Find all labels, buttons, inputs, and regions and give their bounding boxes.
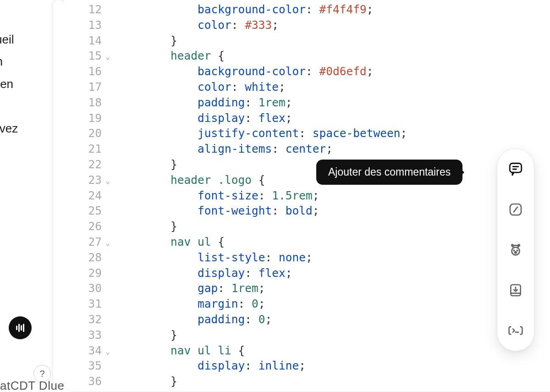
bug-icon[interactable]	[506, 241, 525, 259]
line-number: 27	[64, 234, 105, 250]
code-line[interactable]: 18 padding: 1rem;	[64, 95, 550, 110]
code-line[interactable]: 26 }	[64, 219, 550, 234]
code-editor[interactable]: 12 background-color: #f4f4f9;13 color: #…	[64, 0, 550, 392]
line-number: 26	[64, 219, 105, 234]
code-line[interactable]: 28 list-style: none;	[64, 250, 550, 265]
svg-point-9	[512, 244, 513, 246]
code-content[interactable]: margin: 0;	[116, 296, 265, 312]
line-number: 20	[64, 126, 105, 141]
line-number: 24	[64, 188, 105, 204]
panel-divider	[53, 0, 64, 386]
code-line[interactable]: 33 }	[64, 327, 550, 343]
line-number: 31	[64, 296, 105, 312]
code-content[interactable]: }	[116, 219, 177, 234]
tooltip-add-comments: Ajouter des commentaires	[316, 160, 462, 185]
code-content[interactable]: }	[116, 327, 177, 343]
code-block-icon[interactable]	[506, 321, 525, 340]
code-line[interactable]: 20 justify-content: space-between;	[64, 126, 550, 141]
sidebar-item[interactable]: s	[0, 95, 53, 117]
code-content[interactable]: padding: 1rem;	[116, 95, 292, 110]
comment-icon[interactable]	[506, 160, 525, 178]
code-line[interactable]: 32 padding: 0;	[64, 312, 550, 327]
code-content[interactable]: }	[116, 33, 177, 49]
code-content[interactable]: font-weight: bold;	[116, 203, 319, 219]
line-number: 29	[64, 265, 105, 281]
code-line[interactable]: 21 align-items: center;	[64, 141, 550, 157]
line-number: 12	[64, 2, 105, 17]
code-line[interactable]: 36 }	[64, 374, 550, 389]
code-content[interactable]: background-color: #0d6efd;	[116, 64, 374, 79]
code-line[interactable]: 34⌄ nav ul li {	[64, 343, 550, 359]
line-number: 15	[64, 48, 105, 64]
line-number: 22	[64, 157, 105, 172]
code-content[interactable]: background-color: #f4f4f9;	[116, 2, 374, 17]
right-toolbar	[497, 149, 534, 351]
sidebar-item[interactable]: nu en	[0, 73, 53, 95]
code-line[interactable]: 35 display: inline;	[64, 358, 550, 374]
fold-toggle[interactable]: ⌄	[105, 173, 116, 189]
sidebar-item[interactable]: tion	[0, 50, 53, 72]
code-content[interactable]: nav ul {	[116, 234, 225, 250]
line-number: 14	[64, 33, 105, 49]
code-line[interactable]: 29 display: flex;	[64, 265, 550, 281]
code-line[interactable]: 13 color: #333;	[64, 17, 550, 33]
line-number: 30	[64, 281, 105, 296]
code-content[interactable]: header {	[116, 48, 225, 64]
line-number: 18	[64, 95, 105, 110]
line-number: 21	[64, 141, 105, 157]
svg-point-7	[517, 250, 517, 251]
book-icon[interactable]	[506, 281, 525, 299]
svg-line-4	[514, 207, 517, 212]
fold-toggle[interactable]: ⌄	[105, 49, 116, 65]
code-content[interactable]: list-style: none;	[116, 250, 313, 265]
code-content[interactable]: gap: 1rem;	[116, 281, 265, 296]
code-content[interactable]: color: #333;	[116, 17, 279, 33]
code-line[interactable]: 27⌄ nav ul {	[64, 234, 550, 250]
line-number: 33	[64, 327, 105, 343]
code-content[interactable]: header .logo {	[116, 172, 265, 188]
svg-rect-0	[510, 163, 522, 172]
code-content[interactable]: display: inline;	[116, 358, 306, 374]
sidebar-item	[0, 139, 53, 145]
code-content[interactable]: nav ul li {	[116, 343, 245, 359]
line-number: 16	[64, 64, 105, 79]
svg-point-10	[518, 244, 519, 246]
line-number: 19	[64, 110, 105, 126]
line-number: 28	[64, 250, 105, 265]
code-line[interactable]: 30 gap: 1rem;	[64, 281, 550, 296]
line-number: 36	[64, 374, 105, 389]
line-number: 32	[64, 312, 105, 327]
code-line[interactable]: 23⌄ header .logo {	[64, 172, 550, 188]
code-content[interactable]: align-items: center;	[116, 141, 333, 157]
slash-icon[interactable]	[506, 200, 525, 219]
line-number: 34	[64, 343, 105, 359]
code-content[interactable]: }	[116, 374, 177, 389]
sidebar-items: ccueil tion nu en s s avez ir !	[0, 0, 53, 167]
code-line[interactable]: 25 font-weight: bold;	[64, 203, 550, 219]
voice-button[interactable]	[9, 316, 32, 339]
code-content[interactable]: }	[116, 157, 177, 172]
sidebar-item[interactable]: ir !	[0, 145, 53, 167]
code-content[interactable]: display: flex;	[116, 265, 292, 281]
sidebar-item[interactable]: s avez	[0, 117, 53, 139]
line-number: 35	[64, 358, 105, 374]
fold-toggle[interactable]: ⌄	[105, 344, 116, 359]
sidebar: ccueil tion nu en s s avez ir ! ?	[0, 0, 53, 392]
code-line[interactable]: 19 display: flex;	[64, 110, 550, 126]
sidebar-item[interactable]: ccueil	[0, 28, 53, 50]
code-content[interactable]: padding: 0;	[116, 312, 272, 327]
code-line[interactable]: 15⌄ header {	[64, 48, 550, 64]
code-content[interactable]: color: white;	[116, 79, 286, 95]
code-line[interactable]: 12 background-color: #f4f4f9;	[64, 2, 550, 17]
line-number: 23	[64, 172, 105, 188]
code-line[interactable]: 16 background-color: #0d6efd;	[64, 64, 550, 79]
code-line[interactable]: 24 font-size: 1.5rem;	[64, 188, 550, 204]
code-line[interactable]: 31 margin: 0;	[64, 296, 550, 312]
code-line[interactable]: 14 }	[64, 33, 550, 49]
fold-toggle[interactable]: ⌄	[105, 235, 116, 251]
code-line[interactable]: 17 color: white;	[64, 79, 550, 95]
code-line[interactable]: 22 }	[64, 157, 550, 172]
code-content[interactable]: font-size: 1.5rem;	[116, 188, 319, 204]
code-content[interactable]: display: flex;	[116, 110, 292, 126]
code-content[interactable]: justify-content: space-between;	[116, 126, 407, 141]
